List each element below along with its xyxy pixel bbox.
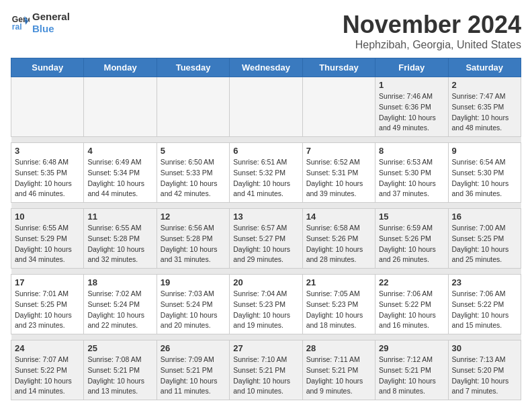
day-number: 28 bbox=[306, 343, 371, 353]
spacer-cell bbox=[11, 334, 521, 340]
week-row-1: 1Sunrise: 7:46 AMSunset: 6:36 PMDaylight… bbox=[11, 77, 521, 137]
logo-text-line2: Blue bbox=[32, 23, 70, 35]
weekday-header-sunday: Sunday bbox=[11, 58, 84, 77]
calendar-cell: 11Sunrise: 6:55 AMSunset: 5:28 PMDayligh… bbox=[84, 209, 157, 269]
day-number: 16 bbox=[452, 212, 517, 222]
week-row-5: 24Sunrise: 7:07 AMSunset: 5:22 PMDayligh… bbox=[11, 340, 521, 400]
spacer-cell bbox=[11, 269, 521, 275]
week-row-3: 10Sunrise: 6:55 AMSunset: 5:29 PMDayligh… bbox=[11, 209, 521, 269]
day-info: Sunrise: 7:03 AMSunset: 5:24 PMDaylight:… bbox=[161, 289, 226, 331]
day-number: 10 bbox=[15, 212, 80, 222]
day-number: 27 bbox=[233, 343, 298, 353]
calendar-cell: 27Sunrise: 7:10 AMSunset: 5:21 PMDayligh… bbox=[230, 340, 302, 400]
day-number: 8 bbox=[379, 146, 444, 156]
day-number: 25 bbox=[87, 343, 152, 353]
day-number: 19 bbox=[161, 277, 226, 287]
day-info: Sunrise: 6:53 AMSunset: 5:30 PMDaylight:… bbox=[379, 157, 444, 199]
calendar-table: SundayMondayTuesdayWednesdayThursdayFrid… bbox=[11, 58, 521, 400]
day-number: 11 bbox=[87, 212, 152, 222]
day-info: Sunrise: 7:13 AMSunset: 5:20 PMDaylight:… bbox=[452, 355, 517, 397]
day-number: 29 bbox=[379, 343, 444, 353]
day-info: Sunrise: 7:02 AMSunset: 5:24 PMDaylight:… bbox=[87, 289, 152, 331]
day-info: Sunrise: 7:06 AMSunset: 5:22 PMDaylight:… bbox=[379, 289, 444, 331]
day-info: Sunrise: 7:04 AMSunset: 5:23 PMDaylight:… bbox=[233, 289, 298, 331]
calendar-cell: 22Sunrise: 7:06 AMSunset: 5:22 PMDayligh… bbox=[375, 275, 448, 334]
calendar-cell: 4Sunrise: 6:49 AMSunset: 5:34 PMDaylight… bbox=[84, 143, 157, 203]
calendar-cell: 18Sunrise: 7:02 AMSunset: 5:24 PMDayligh… bbox=[84, 275, 157, 334]
calendar-cell: 25Sunrise: 7:08 AMSunset: 5:21 PMDayligh… bbox=[84, 340, 157, 400]
day-number: 2 bbox=[452, 80, 517, 90]
day-number: 4 bbox=[87, 146, 152, 156]
day-number: 21 bbox=[306, 277, 371, 287]
day-number: 30 bbox=[452, 343, 517, 353]
calendar-cell: 9Sunrise: 6:54 AMSunset: 5:30 PMDaylight… bbox=[448, 143, 521, 203]
spacer-cell bbox=[11, 137, 521, 143]
calendar-cell: 6Sunrise: 6:51 AMSunset: 5:32 PMDaylight… bbox=[230, 143, 302, 203]
day-number: 17 bbox=[15, 277, 80, 287]
calendar-cell: 19Sunrise: 7:03 AMSunset: 5:24 PMDayligh… bbox=[157, 275, 229, 334]
day-number: 26 bbox=[161, 343, 226, 353]
svg-text:ral: ral bbox=[12, 22, 22, 32]
calendar-cell: 24Sunrise: 7:07 AMSunset: 5:22 PMDayligh… bbox=[11, 340, 84, 400]
calendar-cell: 1Sunrise: 7:46 AMSunset: 6:36 PMDaylight… bbox=[375, 77, 448, 137]
day-info: Sunrise: 6:55 AMSunset: 5:28 PMDaylight:… bbox=[87, 223, 152, 265]
weekday-header-monday: Monday bbox=[84, 58, 157, 77]
day-info: Sunrise: 7:05 AMSunset: 5:23 PMDaylight:… bbox=[306, 289, 371, 331]
day-number: 1 bbox=[379, 80, 444, 90]
calendar-cell bbox=[230, 77, 302, 137]
day-info: Sunrise: 6:48 AMSunset: 5:35 PMDaylight:… bbox=[15, 157, 80, 199]
calendar-cell: 15Sunrise: 6:59 AMSunset: 5:26 PMDayligh… bbox=[375, 209, 448, 269]
day-number: 22 bbox=[379, 277, 444, 287]
day-info: Sunrise: 7:08 AMSunset: 5:21 PMDaylight:… bbox=[87, 355, 152, 397]
day-info: Sunrise: 6:49 AMSunset: 5:34 PMDaylight:… bbox=[87, 157, 152, 199]
calendar-cell: 23Sunrise: 7:06 AMSunset: 5:22 PMDayligh… bbox=[448, 275, 521, 334]
calendar-cell bbox=[302, 77, 375, 137]
day-info: Sunrise: 6:59 AMSunset: 5:26 PMDaylight:… bbox=[379, 223, 444, 265]
day-info: Sunrise: 7:09 AMSunset: 5:21 PMDaylight:… bbox=[161, 355, 226, 397]
calendar-cell: 30Sunrise: 7:13 AMSunset: 5:20 PMDayligh… bbox=[448, 340, 521, 400]
logo: Gene ral General Blue bbox=[11, 11, 70, 35]
calendar-cell: 16Sunrise: 7:00 AMSunset: 5:25 PMDayligh… bbox=[448, 209, 521, 269]
calendar-cell: 10Sunrise: 6:55 AMSunset: 5:29 PMDayligh… bbox=[11, 209, 84, 269]
day-number: 7 bbox=[306, 146, 371, 156]
day-number: 6 bbox=[233, 146, 298, 156]
calendar-cell: 5Sunrise: 6:50 AMSunset: 5:33 PMDaylight… bbox=[157, 143, 229, 203]
weekday-header-friday: Friday bbox=[375, 58, 448, 77]
week-row-2: 3Sunrise: 6:48 AMSunset: 5:35 PMDaylight… bbox=[11, 143, 521, 203]
day-number: 23 bbox=[452, 277, 517, 287]
calendar-cell: 3Sunrise: 6:48 AMSunset: 5:35 PMDaylight… bbox=[11, 143, 84, 203]
header-row: SundayMondayTuesdayWednesdayThursdayFrid… bbox=[11, 58, 521, 77]
day-number: 14 bbox=[306, 212, 371, 222]
day-number: 13 bbox=[233, 212, 298, 222]
weekday-header-saturday: Saturday bbox=[448, 58, 521, 77]
spacer-cell bbox=[11, 203, 521, 209]
calendar-cell bbox=[84, 77, 157, 137]
day-info: Sunrise: 6:50 AMSunset: 5:33 PMDaylight:… bbox=[161, 157, 226, 199]
day-number: 20 bbox=[233, 277, 298, 287]
logo-icon: Gene ral bbox=[11, 13, 30, 32]
day-info: Sunrise: 7:46 AMSunset: 6:36 PMDaylight:… bbox=[379, 91, 444, 134]
day-number: 5 bbox=[161, 146, 226, 156]
day-info: Sunrise: 7:47 AMSunset: 6:35 PMDaylight:… bbox=[452, 91, 517, 134]
calendar-cell: 2Sunrise: 7:47 AMSunset: 6:35 PMDaylight… bbox=[448, 77, 521, 137]
day-number: 12 bbox=[161, 212, 226, 222]
day-info: Sunrise: 7:00 AMSunset: 5:25 PMDaylight:… bbox=[452, 223, 517, 265]
calendar-cell: 13Sunrise: 6:57 AMSunset: 5:27 PMDayligh… bbox=[230, 209, 302, 269]
day-info: Sunrise: 7:06 AMSunset: 5:22 PMDaylight:… bbox=[452, 289, 517, 331]
week-row-4: 17Sunrise: 7:01 AMSunset: 5:25 PMDayligh… bbox=[11, 275, 521, 334]
day-info: Sunrise: 6:57 AMSunset: 5:27 PMDaylight:… bbox=[233, 223, 298, 265]
calendar-cell: 26Sunrise: 7:09 AMSunset: 5:21 PMDayligh… bbox=[157, 340, 229, 400]
calendar-cell: 20Sunrise: 7:04 AMSunset: 5:23 PMDayligh… bbox=[230, 275, 302, 334]
day-number: 24 bbox=[15, 343, 80, 353]
month-title: November 2024 bbox=[343, 11, 521, 39]
weekday-header-thursday: Thursday bbox=[302, 58, 375, 77]
logo-text-line1: General bbox=[32, 11, 70, 23]
weekday-header-wednesday: Wednesday bbox=[230, 58, 302, 77]
title-area: November 2024 Hephzibah, Georgia, United… bbox=[343, 11, 521, 51]
day-info: Sunrise: 7:12 AMSunset: 5:21 PMDaylight:… bbox=[379, 355, 444, 397]
calendar-cell: 29Sunrise: 7:12 AMSunset: 5:21 PMDayligh… bbox=[375, 340, 448, 400]
day-number: 18 bbox=[87, 277, 152, 287]
day-info: Sunrise: 6:56 AMSunset: 5:28 PMDaylight:… bbox=[161, 223, 226, 265]
day-info: Sunrise: 6:58 AMSunset: 5:26 PMDaylight:… bbox=[306, 223, 371, 265]
day-number: 9 bbox=[452, 146, 517, 156]
